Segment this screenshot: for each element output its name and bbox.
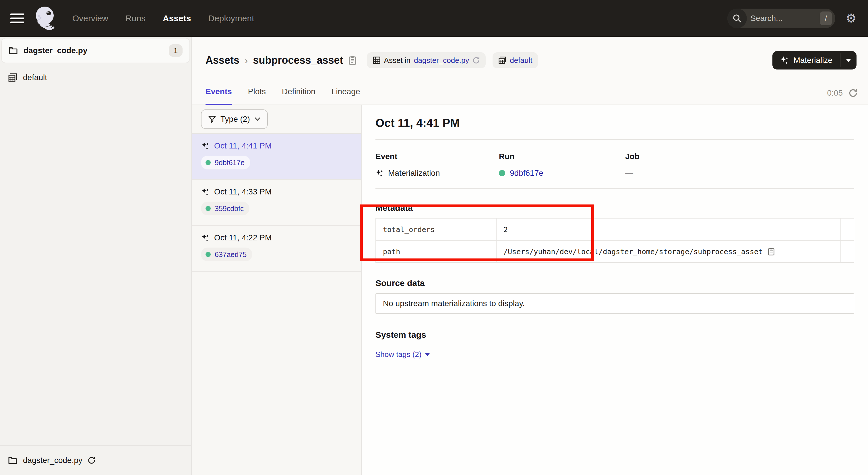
dagster-logo-icon[interactable] — [33, 5, 57, 32]
type-filter-button[interactable]: Type (2) — [201, 110, 268, 129]
metadata-row: path /Users/yuhan/dev/local/dagster_home… — [376, 240, 854, 262]
nav-item-deployment[interactable]: Deployment — [208, 13, 254, 23]
metadata-row: total_orders 2 — [376, 218, 854, 240]
show-tags-label: Show tags (2) — [375, 350, 422, 359]
event-timestamp: Oct 11, 4:41 PM — [214, 141, 272, 150]
event-list-panel: Type (2) Oct 11, 4:41 PM — [192, 105, 362, 475]
main-panel: Assets › subprocess_asset — [192, 37, 868, 475]
refresh-countdown[interactable]: 0:05 — [827, 88, 858, 98]
metadata-table: total_orders 2 path /Users/yuhan/dev/loc… — [375, 218, 854, 263]
footer-code-location-label: dagster_code.py — [23, 456, 82, 465]
run-chip[interactable]: 9dbf617e — [201, 156, 250, 170]
run-status-dot — [206, 160, 211, 165]
event-row[interactable]: Oct 11, 4:33 PM 359cdbfc — [192, 180, 361, 226]
asset-group-icon — [8, 73, 17, 82]
asset-sidebar: dagster_code.py 1 default dagster_code.p… — [0, 37, 192, 475]
refresh-icon[interactable] — [848, 88, 858, 98]
folder-icon — [8, 456, 17, 464]
tab-events[interactable]: Events — [206, 87, 232, 105]
source-data-empty-message: No upstream materializations to display. — [375, 293, 854, 314]
search-box[interactable]: / — [727, 9, 835, 28]
run-column-label: Run — [499, 152, 625, 161]
sidebar-footer-code-location[interactable]: dagster_code.py — [0, 445, 191, 475]
caret-down-icon — [425, 353, 430, 356]
search-icon — [727, 9, 747, 28]
run-id-link: 359cdbfc — [215, 205, 244, 213]
breadcrumb-assets-link[interactable]: Assets — [206, 54, 239, 66]
materialization-sparkle-icon — [375, 169, 383, 177]
run-id-link[interactable]: 9dbf617e — [510, 169, 544, 178]
event-info-grid: Event Materialization Run — [375, 140, 854, 188]
folder-icon — [9, 47, 18, 55]
event-row[interactable]: Oct 11, 4:22 PM 637aed75 — [192, 226, 361, 272]
settings-gear-icon[interactable]: ⚙ — [846, 12, 857, 24]
event-timestamp: Oct 11, 4:22 PM — [214, 233, 272, 242]
job-value: — — [625, 169, 633, 178]
materialize-dropdown-button[interactable] — [840, 51, 857, 69]
materialize-split-button: Materialize — [772, 51, 857, 69]
event-type-value: Materialization — [388, 169, 440, 178]
copy-asset-name-icon[interactable] — [348, 55, 356, 65]
show-tags-toggle[interactable]: Show tags (2) — [375, 350, 430, 359]
asset-group-icon — [498, 56, 506, 64]
run-status-dot — [499, 170, 505, 176]
event-row[interactable]: Oct 11, 4:41 PM 9dbf617e — [192, 134, 361, 180]
top-nav: Overview Runs Assets Deployment / ⚙ — [0, 0, 868, 37]
search-input[interactable] — [747, 14, 820, 23]
code-location-label: dagster_code.py — [24, 46, 88, 55]
sidebar-group-default[interactable]: default — [0, 66, 191, 89]
refresh-countdown-value: 0:05 — [827, 88, 843, 98]
run-id-link: 637aed75 — [215, 250, 247, 259]
nav-item-overview[interactable]: Overview — [72, 13, 108, 23]
run-status-dot — [206, 206, 211, 211]
copy-path-icon[interactable] — [768, 247, 775, 256]
tab-lineage[interactable]: Lineage — [332, 87, 360, 105]
event-timestamp: Oct 11, 4:33 PM — [214, 187, 272, 197]
code-location-link[interactable]: dagster_code.py — [414, 56, 469, 65]
materialization-sparkle-icon — [201, 142, 210, 150]
tab-definition[interactable]: Definition — [282, 87, 315, 105]
run-chip[interactable]: 637aed75 — [201, 247, 252, 261]
run-chip[interactable]: 359cdbfc — [201, 202, 249, 215]
caret-down-icon — [846, 59, 851, 62]
breadcrumb-separator: › — [245, 55, 248, 66]
job-column-label: Job — [625, 152, 854, 161]
event-column-label: Event — [375, 152, 499, 161]
metadata-heading: Metadata — [375, 203, 854, 213]
asset-in-label: Asset in — [384, 56, 411, 65]
event-filter-bar: Type (2) — [192, 105, 361, 134]
events-content: Type (2) Oct 11, 4:41 PM — [192, 105, 868, 475]
materialize-sparkle-icon — [780, 56, 789, 65]
nav-item-assets[interactable]: Assets — [163, 13, 191, 23]
group-label: default — [23, 73, 47, 82]
search-shortcut-badge: / — [820, 11, 832, 25]
metadata-key: total_orders — [376, 218, 497, 240]
metadata-value: 2 — [503, 226, 508, 234]
run-status-dot — [206, 252, 211, 257]
event-detail-panel: Oct 11, 4:41 PM Event Materialization — [362, 105, 868, 475]
asset-count-badge: 1 — [169, 44, 183, 57]
group-link[interactable]: default — [510, 56, 532, 65]
asset-tabs: Events Plots Definition Lineage 0:05 — [192, 77, 868, 105]
nav-links: Overview Runs Assets Deployment — [72, 13, 254, 23]
sidebar-code-location[interactable]: dagster_code.py 1 — [1, 38, 190, 63]
group-chip[interactable]: default — [493, 52, 538, 68]
materialize-button[interactable]: Materialize — [772, 51, 840, 69]
code-location-grid-icon — [373, 56, 381, 64]
run-id-link: 9dbf617e — [215, 158, 245, 167]
tab-plots[interactable]: Plots — [248, 87, 266, 105]
system-tags-heading: System tags — [375, 330, 854, 340]
asset-tags: Asset in dagster_code.py default — [367, 52, 538, 68]
asset-in-code-location-chip[interactable]: Asset in dagster_code.py — [367, 52, 486, 68]
filter-funnel-icon — [208, 115, 216, 123]
page-header: Assets › subprocess_asset — [192, 37, 868, 77]
hamburger-menu-icon[interactable] — [10, 13, 24, 23]
reload-icon[interactable] — [88, 456, 96, 464]
chevron-down-icon — [255, 117, 260, 121]
page-title: subprocess_asset — [253, 54, 343, 66]
metadata-path-link[interactable]: /Users/yuhan/dev/local/dagster_home/stor… — [503, 247, 763, 256]
nav-item-runs[interactable]: Runs — [125, 13, 146, 23]
empty-message-text: No upstream materializations to display. — [383, 299, 525, 308]
reload-code-location-icon[interactable] — [472, 57, 480, 64]
dagster-app: Overview Runs Assets Deployment / ⚙ dags… — [0, 0, 868, 475]
